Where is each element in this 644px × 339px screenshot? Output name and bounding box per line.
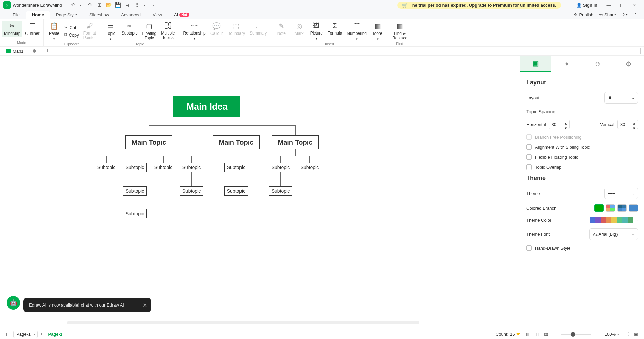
zoom-thumb[interactable] [571, 332, 575, 337]
picture-button[interactable]: 🖼 Picture ▾ [308, 21, 325, 42]
flex-float-checkbox-row[interactable]: Flexible Floating Topic [526, 154, 638, 160]
add-page-button[interactable]: + [38, 332, 46, 337]
close-window-button[interactable]: ✕ [628, 0, 641, 10]
canvas[interactable]: Main Idea Main Topic Main Topic Main Top… [0, 56, 520, 329]
close-icon[interactable]: ✕ [143, 302, 147, 308]
save-button[interactable]: 💾 [114, 1, 122, 9]
node-main-topic-1[interactable]: Main Topic [125, 135, 172, 149]
node-subtopic[interactable]: Subtopic [123, 163, 147, 172]
align-sibling-checkbox-row[interactable]: Alignment With Sibling Topic [526, 144, 638, 150]
checkbox[interactable] [526, 154, 532, 160]
customize-quickaccess[interactable]: ▾ [150, 1, 158, 9]
checkbox[interactable] [526, 245, 532, 251]
export-dropdown[interactable]: ▾ [140, 1, 148, 9]
spinner-icon[interactable]: ▴▾ [565, 121, 569, 128]
node-subtopic[interactable]: Subtopic [224, 163, 248, 172]
mindmap-mode-button[interactable]: ✂ MindMap [2, 21, 22, 37]
cut-button[interactable]: ✂ Cut [63, 24, 80, 31]
open-button[interactable]: 📂 [105, 1, 113, 9]
numbering-button[interactable]: ☷ Numbering ▾ [345, 21, 369, 42]
fullscreen-button[interactable]: ▣ [631, 332, 641, 337]
theme-color-strip[interactable] [590, 217, 633, 223]
page-tab-active[interactable]: Page-1 [46, 332, 65, 337]
formula-button[interactable]: Σ Formula [325, 21, 344, 42]
note-button[interactable]: ✎ Note [273, 21, 290, 42]
node-main-idea[interactable]: Main Idea [173, 96, 240, 117]
mark-button[interactable]: ◎ Mark [290, 21, 307, 42]
topic-button[interactable]: ▭ Topic ▾ [102, 21, 119, 42]
tab-ai[interactable]: AI Hot [168, 11, 195, 19]
subtopic-button[interactable]: ⎓ Subtopic [120, 21, 140, 42]
node-subtopic[interactable]: Subtopic [298, 163, 321, 172]
branch-swatch-3[interactable] [617, 204, 627, 212]
callout-button[interactable]: 💬 Callout [208, 21, 225, 42]
node-subtopic[interactable]: Subtopic [123, 186, 147, 196]
checkbox[interactable] [526, 164, 532, 170]
hand-drawn-checkbox-row[interactable]: Hand-Drawn Style [526, 245, 638, 251]
floating-topic-button[interactable]: ▢ Floating Topic [140, 21, 158, 42]
view-mode-1[interactable]: ▥ [523, 332, 532, 337]
tab-home[interactable]: Home [26, 11, 50, 19]
panel-toggle-button[interactable] [634, 48, 641, 54]
node-subtopic[interactable]: Subtopic [152, 163, 175, 172]
share-button[interactable]: ⚯ Share [599, 12, 616, 17]
help-button[interactable]: ? ▾ [622, 12, 628, 17]
node-main-topic-2[interactable]: Main Topic [213, 135, 260, 149]
find-replace-button[interactable]: ▦ Find & Replace [390, 21, 409, 42]
undo-button[interactable]: ↶ [69, 1, 77, 9]
add-doc-tab-button[interactable]: + [46, 48, 50, 55]
outliner-mode-button[interactable]: ☰ Outliner [23, 21, 41, 37]
undo-dropdown[interactable]: ▾ [76, 1, 85, 9]
copy-button[interactable]: ⧉ Copy [63, 31, 80, 38]
view-mode-3[interactable]: ▦ [541, 332, 551, 337]
maximize-button[interactable]: ◻ [615, 0, 628, 10]
paste-button[interactable]: 📋 Paste ▾ [46, 21, 62, 42]
horizontal-scrollbar[interactable] [67, 321, 419, 324]
trial-banner[interactable]: 🛒 The trial period has expired. Upgrade … [397, 2, 561, 9]
theme-font-select[interactable]: Aa Arial (Big) ⌄ [589, 228, 638, 240]
checkbox[interactable] [526, 144, 532, 150]
overlap-checkbox-row[interactable]: Topic Overlap [526, 164, 638, 170]
page-select[interactable]: Page-1 [13, 331, 38, 338]
tab-advanced[interactable]: Advanced [115, 11, 147, 19]
tab-slideshow[interactable]: Slideshow [83, 11, 115, 19]
multiple-topics-button[interactable]: ⿲ Multiple Topics [159, 21, 177, 42]
view-mode-2[interactable]: ◫ [532, 332, 541, 337]
zoom-slider[interactable] [561, 334, 591, 335]
node-subtopic[interactable]: Subtopic [95, 163, 118, 172]
collapse-ribbon-button[interactable]: ⌃ [634, 12, 637, 17]
export-button[interactable]: ⇪ [133, 1, 141, 9]
publish-button[interactable]: ✈ Publish [574, 12, 593, 17]
boundary-button[interactable]: ⬚ Boundary [226, 21, 247, 42]
node-subtopic[interactable]: Subtopic [180, 163, 203, 172]
side-tab-layout[interactable]: ▣ [520, 56, 551, 72]
node-main-topic-3[interactable]: Main Topic [272, 135, 319, 149]
outline-toggle-button[interactable]: ▯▯ [3, 332, 13, 337]
theme-select[interactable]: ━━━ ⌄ [604, 188, 638, 199]
doc-tab-map1[interactable]: Map1 [3, 49, 39, 54]
zoom-value[interactable]: 100% ▾ [602, 332, 622, 337]
branch-swatch-2[interactable] [606, 204, 615, 212]
node-subtopic[interactable]: Subtopic [123, 209, 147, 218]
spinner-icon[interactable]: ▴▾ [633, 121, 637, 128]
zoom-out-button[interactable]: − [551, 332, 559, 337]
checkbox[interactable] [526, 134, 532, 140]
relationship-button[interactable]: 〰 Relationship ▾ [181, 21, 208, 42]
vertical-spacing-input[interactable]: 30 ▴▾ [617, 120, 638, 129]
sign-in-button[interactable]: 👤 Sign In [576, 3, 597, 8]
minimize-button[interactable]: — [602, 0, 615, 10]
side-tab-emoji[interactable]: ☺ [582, 56, 613, 72]
chevron-down-icon[interactable]: ⌄ [635, 218, 638, 222]
format-painter-button[interactable]: 🖌 Format Painter [81, 21, 98, 42]
node-subtopic[interactable]: Subtopic [180, 186, 203, 196]
layout-select[interactable]: ♜ ⌄ [604, 92, 638, 104]
fit-screen-button[interactable]: ⛶ [622, 332, 631, 337]
horizontal-spacing-input[interactable]: 30 ▴▾ [549, 120, 570, 129]
ai-fab-button[interactable]: 🤖 [7, 296, 20, 310]
branch-free-checkbox-row[interactable]: Branch Free Positioning [526, 134, 638, 140]
redo-button[interactable]: ↷ [86, 1, 94, 9]
summary-button[interactable]: ⎵ Summary [248, 21, 269, 42]
doc-tab-dirty-indicator[interactable] [33, 49, 36, 53]
node-subtopic[interactable]: Subtopic [269, 163, 292, 172]
branch-swatch-4[interactable] [629, 204, 638, 212]
